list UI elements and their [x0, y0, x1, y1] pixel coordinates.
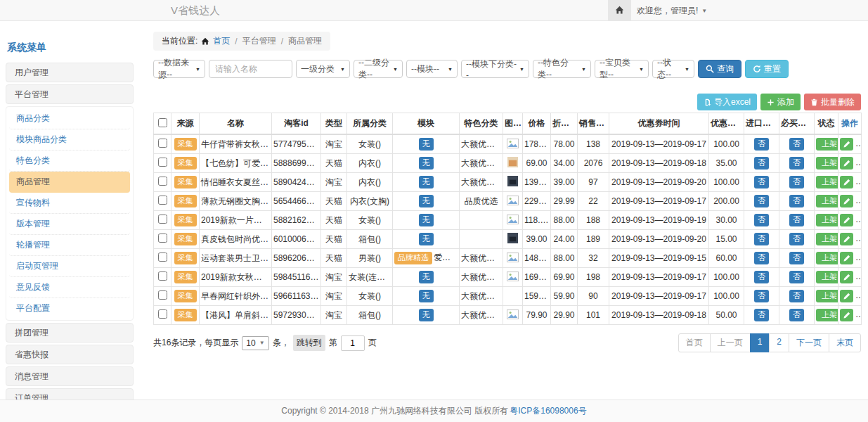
import-toggle-badge[interactable]: 否 — [754, 176, 769, 188]
sidebar-group[interactable]: 平台管理 — [6, 84, 134, 104]
select-all-checkbox[interactable] — [158, 118, 167, 127]
filter-select-level1-category[interactable]: 一级分类▼ — [296, 60, 350, 78]
pager-button[interactable]: 下一页 — [789, 333, 829, 352]
breadcrumb-home-link[interactable]: 首页 — [213, 35, 230, 47]
must-buy-toggle-badge[interactable]: 否 — [789, 252, 804, 264]
import-toggle-badge[interactable]: 否 — [754, 157, 769, 170]
sidebar-subitem[interactable]: 特色分类 — [9, 151, 130, 172]
sidebar-subitem[interactable]: 宣传物料 — [9, 193, 130, 214]
must-buy-toggle-badge[interactable]: 否 — [789, 214, 804, 226]
must-buy-toggle-badge[interactable]: 否 — [789, 157, 804, 170]
batch-delete-button[interactable]: 批量删除 — [804, 94, 861, 110]
jump-button[interactable]: 跳转到 — [293, 335, 325, 351]
status-badge[interactable]: 上架 — [816, 290, 838, 302]
breadcrumb-separator: / — [233, 37, 238, 46]
sidebar-subitem[interactable]: 意见反馈 — [9, 277, 130, 298]
row-checkbox[interactable] — [158, 139, 167, 148]
filter-select-data-source[interactable]: --数据来源--▼ — [153, 60, 205, 78]
source-badge: 采集 — [174, 195, 197, 207]
chevron-down-icon: ▼ — [448, 67, 453, 72]
status-badge[interactable]: 上架 — [816, 138, 838, 151]
pager-button[interactable]: 首页 — [678, 333, 711, 352]
sidebar-subitem[interactable]: 轮播管理 — [9, 235, 130, 256]
edit-button[interactable] — [840, 138, 853, 151]
home-button[interactable] — [608, 0, 631, 20]
status-badge[interactable]: 上架 — [816, 176, 838, 188]
pager-button[interactable]: 1 — [750, 333, 770, 352]
add-button[interactable]: 添加 — [760, 94, 801, 110]
status-badge[interactable]: 上架 — [816, 195, 838, 207]
edit-button[interactable] — [840, 233, 853, 245]
sidebar-subitem[interactable]: 平台配置 — [9, 298, 130, 319]
search-name-input[interactable] — [209, 60, 292, 78]
row-checkbox[interactable] — [158, 196, 167, 205]
sidebar-group[interactable]: 消息管理 — [6, 366, 134, 386]
import-excel-button[interactable]: 导入excel — [697, 94, 757, 110]
filter-select-level2-category[interactable]: --二级分类--▼ — [354, 60, 403, 78]
status-badge[interactable]: 上架 — [816, 309, 838, 321]
filter-select-module[interactable]: --模块--▼ — [406, 60, 458, 78]
edit-button[interactable] — [840, 290, 853, 302]
row-checkbox[interactable] — [158, 234, 167, 243]
status-badge[interactable]: 上架 — [816, 252, 838, 264]
reset-button[interactable]: 重置 — [745, 60, 789, 78]
actions-cell — [838, 287, 862, 306]
per-page-select[interactable]: 10 ▼ — [242, 336, 268, 350]
status-badge[interactable]: 上架 — [816, 233, 838, 245]
sidebar-subitem[interactable]: 商品管理 — [9, 172, 130, 193]
import-toggle-badge[interactable]: 否 — [754, 309, 769, 321]
must-buy-toggle-badge[interactable]: 否 — [789, 271, 804, 283]
edit-button[interactable] — [840, 195, 853, 207]
import-selected-cell: 否 — [744, 268, 779, 287]
sidebar-subitem[interactable]: 商品分类 — [9, 108, 130, 129]
must-buy-toggle-badge[interactable]: 否 — [789, 290, 804, 302]
filter-select-status[interactable]: --状态--▼ — [652, 60, 694, 78]
pager-button[interactable]: 上一页 — [710, 333, 751, 352]
import-toggle-badge[interactable]: 否 — [754, 252, 769, 264]
must-buy-toggle-badge[interactable]: 否 — [789, 138, 804, 151]
row-checkbox[interactable] — [158, 290, 167, 300]
import-toggle-badge[interactable]: 否 — [754, 233, 769, 245]
page-number-input[interactable] — [341, 335, 365, 351]
pager-button[interactable]: 末页 — [829, 333, 861, 352]
sidebar-subitem[interactable]: 模块商品分类 — [9, 129, 130, 151]
edit-button[interactable] — [840, 214, 853, 226]
module-badge: 品牌精选 — [394, 252, 432, 264]
sidebar-subitem[interactable]: 版本管理 — [9, 214, 130, 235]
pager-button[interactable]: 2 — [769, 333, 789, 352]
edit-button[interactable] — [840, 176, 853, 188]
import-toggle-badge[interactable]: 否 — [754, 271, 769, 283]
search-button[interactable]: 查询 — [698, 60, 741, 78]
row-checkbox[interactable] — [158, 271, 167, 281]
must-buy-toggle-badge[interactable]: 否 — [789, 176, 804, 188]
row-checkbox[interactable] — [158, 177, 167, 186]
filter-select-item-type[interactable]: --宝贝类型--▼ — [595, 60, 649, 78]
import-toggle-badge[interactable]: 否 — [754, 290, 769, 302]
sidebar-group[interactable]: 拼团管理 — [6, 323, 134, 343]
filter-select-module-subcategory[interactable]: --模块下分类--▼ — [461, 60, 529, 78]
must-buy-toggle-badge[interactable]: 否 — [789, 195, 804, 207]
sidebar-subitem[interactable]: 启动页管理 — [9, 256, 130, 277]
edit-button[interactable] — [840, 309, 853, 321]
edit-button[interactable] — [840, 252, 853, 264]
status-badge[interactable]: 上架 — [816, 271, 838, 283]
edit-button[interactable] — [840, 271, 853, 283]
icp-link[interactable]: 粤ICP备16098006号 — [510, 405, 586, 417]
row-checkbox[interactable] — [158, 309, 167, 319]
import-toggle-badge[interactable]: 否 — [754, 214, 769, 226]
sidebar-group[interactable]: 用户管理 — [6, 63, 134, 82]
import-toggle-badge[interactable]: 否 — [754, 138, 769, 151]
edit-icon — [843, 160, 850, 167]
row-checkbox[interactable] — [158, 158, 167, 167]
must-buy-toggle-badge[interactable]: 否 — [789, 309, 804, 321]
sidebar-group[interactable]: 省惠快报 — [6, 345, 134, 364]
status-badge[interactable]: 上架 — [816, 214, 838, 226]
row-checkbox[interactable] — [158, 215, 167, 224]
filter-select-feature-category[interactable]: --特色分类--▼ — [533, 60, 591, 78]
status-badge[interactable]: 上架 — [816, 157, 838, 170]
user-menu[interactable]: 欢迎您，管理员! ▼ — [637, 0, 707, 21]
edit-button[interactable] — [840, 157, 853, 170]
import-toggle-badge[interactable]: 否 — [754, 195, 769, 207]
must-buy-toggle-badge[interactable]: 否 — [789, 233, 804, 245]
row-checkbox[interactable] — [158, 252, 167, 262]
